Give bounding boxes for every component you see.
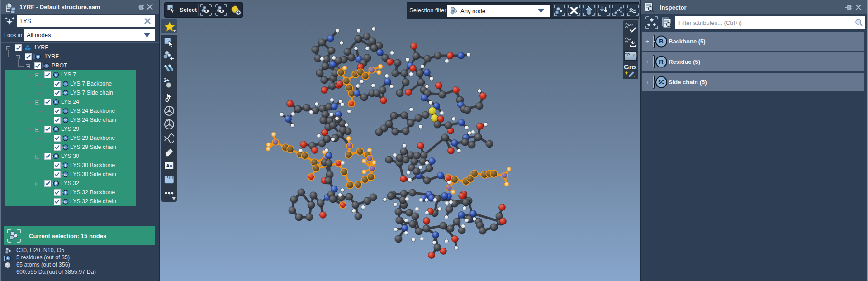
svg-text:Aa: Aa [166,163,172,168]
svg-text:SC: SC [658,80,664,85]
svg-text:R: R [55,128,57,131]
svg-text:R: R [659,58,664,65]
svg-text:SC: SC [64,173,67,176]
svg-text:S: S [46,64,48,67]
svg-text:R: R [55,100,57,104]
svg-text:R: R [55,73,57,76]
svg-text:SC: SC [64,119,67,122]
svg-text:B: B [64,137,66,140]
svg-text:B: B [64,191,66,194]
svg-text:B: B [64,164,66,167]
svg-text:SC: SC [64,92,67,95]
svg-text:SC: SC [64,146,67,149]
svg-text:S: S [631,23,633,27]
svg-text:B: B [64,110,66,113]
svg-text:B: B [64,82,66,86]
svg-text:SC: SC [64,200,67,203]
svg-text:R: R [55,182,57,185]
svg-text:2+: 2+ [164,77,170,83]
svg-text:M: M [37,55,39,58]
svg-text:xyz: xyz [166,119,170,122]
svg-text:R: R [55,155,57,158]
svg-text:R: R [7,257,9,260]
svg-text:B: B [659,38,663,45]
